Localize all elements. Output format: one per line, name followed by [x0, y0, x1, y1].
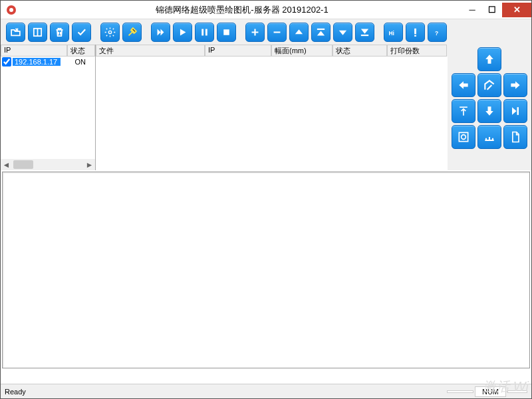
nav-top-button[interactable]	[452, 99, 475, 123]
col-width[interactable]: 幅面(mm)	[271, 45, 332, 57]
ip-address[interactable]: 192.168.1.17	[13, 58, 61, 66]
watermark: 激活 Wi	[483, 378, 529, 396]
svg-rect-11	[414, 28, 416, 34]
stop-button[interactable]	[217, 23, 236, 42]
maximize-button[interactable]: ☐	[482, 3, 502, 17]
status-col-header[interactable]: 状态	[67, 45, 95, 57]
svg-rect-16	[459, 132, 467, 141]
ip-col-header[interactable]: IP	[1, 45, 67, 57]
ip-row[interactable]: 192.168.1.17 ON	[1, 57, 95, 67]
info-button[interactable]	[406, 23, 425, 42]
nav-left-button[interactable]	[452, 73, 475, 97]
status-ready: Ready	[5, 388, 26, 396]
app-icon	[5, 3, 18, 17]
layout-button[interactable]	[28, 23, 47, 42]
horizontal-scrollbar[interactable]: ◄ ►	[1, 159, 95, 170]
svg-point-17	[462, 135, 466, 140]
svg-rect-12	[414, 35, 416, 36]
col-copies[interactable]: 打印份数	[387, 45, 447, 57]
svg-text:?: ?	[435, 30, 438, 37]
nav-home-button[interactable]	[477, 73, 501, 97]
ip-panel: IP 状态 192.168.1.17 ON ◄ ►	[1, 45, 96, 170]
titlebar: 锦德网络超级喷墨绘图机-服务器 20191202-1 ─ ☐ ✕	[1, 1, 531, 19]
svg-rect-8	[317, 28, 325, 29]
col-file[interactable]: 文件	[96, 45, 205, 57]
down-arrow-button[interactable]	[333, 23, 352, 42]
up-top-button[interactable]	[311, 23, 331, 42]
nav-down-button[interactable]	[477, 99, 501, 123]
down-bottom-button[interactable]	[355, 23, 374, 42]
svg-point-4	[108, 31, 111, 33]
svg-rect-15	[517, 107, 519, 115]
nav-target-button[interactable]	[452, 125, 475, 149]
minimize-button[interactable]: ─	[462, 3, 482, 17]
nav-measure-button[interactable]	[477, 125, 501, 149]
svg-text:Hi: Hi	[388, 29, 394, 36]
tools-button[interactable]	[122, 23, 142, 42]
hi-button[interactable]: Hi	[384, 23, 403, 42]
output-pane[interactable]	[2, 172, 530, 368]
col-status[interactable]: 状态	[332, 45, 387, 57]
main-panel: 文件 IP 幅面(mm) 状态 打印份数	[96, 45, 448, 170]
table-body[interactable]	[96, 57, 448, 170]
svg-point-1	[9, 8, 13, 12]
pause-button[interactable]	[195, 23, 214, 42]
toolbar: Hi ?	[1, 19, 531, 45]
up-arrow-button[interactable]	[289, 23, 309, 42]
nav-next-button[interactable]	[503, 99, 527, 123]
svg-rect-5	[201, 29, 203, 35]
plus-button[interactable]	[245, 23, 265, 42]
svg-rect-9	[361, 35, 368, 36]
ip-checkbox[interactable]	[2, 57, 11, 66]
play-button[interactable]	[173, 23, 192, 42]
svg-rect-7	[223, 29, 229, 35]
check-button[interactable]	[72, 23, 91, 42]
status-cell-1	[447, 390, 473, 393]
nav-doc-button[interactable]	[503, 125, 527, 149]
nav-panel	[448, 45, 531, 170]
statusbar: Ready NUM	[1, 384, 531, 398]
settings-button[interactable]	[100, 23, 120, 42]
svg-rect-6	[205, 29, 207, 35]
col-ip[interactable]: IP	[205, 45, 271, 57]
open-button[interactable]	[6, 23, 25, 42]
scroll-left-icon[interactable]: ◄	[1, 159, 12, 170]
scroll-right-icon[interactable]: ►	[84, 159, 95, 170]
ip-status: ON	[71, 58, 90, 66]
ip-list[interactable]: 192.168.1.17 ON	[1, 57, 95, 159]
scroll-thumb[interactable]	[13, 160, 33, 169]
help-button[interactable]: ?	[428, 23, 447, 42]
minus-button[interactable]	[267, 23, 287, 42]
close-button[interactable]: ✕	[502, 3, 531, 17]
fast-forward-button[interactable]	[151, 23, 170, 42]
delete-button[interactable]	[50, 23, 69, 42]
nav-up-button[interactable]	[477, 47, 501, 71]
window-title: 锦德网络超级喷墨绘图机-服务器 20191202-1	[22, 4, 462, 16]
nav-right-button[interactable]	[503, 73, 527, 97]
